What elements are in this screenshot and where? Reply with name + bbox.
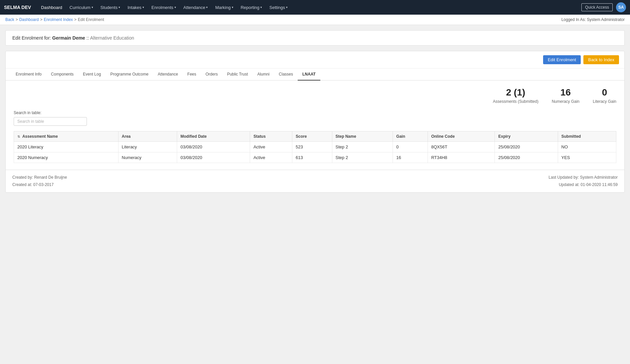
updated-at: Updated at: 01-04-2020 11:46:59 xyxy=(549,181,618,189)
nav-reporting[interactable]: Reporting ▾ xyxy=(237,3,265,12)
dashboard-link[interactable]: Dashboard xyxy=(19,17,39,22)
breadcrumb-sep1: > xyxy=(16,17,18,22)
back-to-index-button[interactable]: Back to Index xyxy=(583,55,619,64)
nav-settings[interactable]: Settings ▾ xyxy=(266,3,291,12)
created-at: Created at: 07-03-2017 xyxy=(12,181,67,189)
nav-students[interactable]: Students ▾ xyxy=(97,3,124,12)
nav-marking[interactable]: Marking ▾ xyxy=(212,3,236,12)
main-card: Edit Enrolment Back to Index Enrolment I… xyxy=(5,51,625,193)
brand: SELMA DEV xyxy=(4,5,31,10)
table-cell: Step 2 xyxy=(332,152,393,163)
tab-attendance[interactable]: Attendance xyxy=(153,69,183,81)
col-gain: Gain xyxy=(393,131,428,142)
col-assessment-name[interactable]: ⇅ Assessment Name xyxy=(14,131,119,142)
nav-items: Dashboard Curriculum ▾ Students ▾ Intake… xyxy=(38,3,581,12)
enrolment-index-link[interactable]: Enrolment Index xyxy=(44,17,73,22)
nav-attendance[interactable]: Attendance ▾ xyxy=(180,3,211,12)
tab-alumni[interactable]: Alumni xyxy=(253,69,274,81)
tab-lnaat[interactable]: LNAAT xyxy=(298,69,320,81)
table-cell: 8QX56T xyxy=(428,142,495,152)
separator-symbol: :: xyxy=(87,35,89,41)
numeracy-gain-value: 16 xyxy=(552,87,579,98)
table-cell: 2020 Numeracy xyxy=(14,152,119,163)
back-link[interactable]: Back xyxy=(5,17,14,22)
literacy-gain-value: 0 xyxy=(593,87,616,98)
last-updated-by: Last Updated by: System Administrator xyxy=(549,174,618,181)
table-cell: Literacy xyxy=(118,142,177,152)
tab-components[interactable]: Components xyxy=(46,69,78,81)
table-row: 2020 LiteracyLiteracy03/08/2020Active523… xyxy=(14,142,616,152)
assessments-stat: 2 (1) Assessments (Submitted) xyxy=(493,87,538,104)
table-cell: Step 2 xyxy=(332,142,393,152)
page-header-label: Edit Enrolment for: xyxy=(12,35,51,41)
tab-fees[interactable]: Fees xyxy=(183,69,201,81)
tab-event-log[interactable]: Event Log xyxy=(78,69,106,81)
search-input[interactable] xyxy=(14,117,87,126)
assessments-value: 2 (1) xyxy=(493,87,538,98)
table-cell: 613 xyxy=(292,152,332,163)
avatar[interactable]: SA xyxy=(616,2,626,12)
logged-in-label: Logged In As: System Administrator xyxy=(561,17,625,22)
tab-programme-outcome[interactable]: Programme Outcome xyxy=(106,69,153,81)
literacy-gain-stat: 0 Literacy Gain xyxy=(593,87,616,104)
navbar: SELMA DEV Dashboard Curriculum ▾ Student… xyxy=(0,0,630,15)
numeracy-gain-label: Numeracy Gain xyxy=(552,99,579,104)
col-modified-date: Modified Date xyxy=(177,131,250,142)
stats-row: 2 (1) Assessments (Submitted) 16 Numerac… xyxy=(14,87,616,104)
sort-icon: ⇅ xyxy=(17,135,20,138)
tab-orders[interactable]: Orders xyxy=(201,69,222,81)
table-cell: RT34H8 xyxy=(428,152,495,163)
nav-intakes[interactable]: Intakes ▾ xyxy=(124,3,148,12)
created-by: Created by: Renard De Bruijne xyxy=(12,174,67,181)
footer-left: Created by: Renard De Bruijne Created at… xyxy=(12,174,67,188)
table-row: 2020 NumeracyNumeracy03/08/2020Active613… xyxy=(14,152,616,163)
table-cell: 03/08/2020 xyxy=(177,142,250,152)
tab-enrolment-info[interactable]: Enrolment Info xyxy=(11,69,46,81)
col-submitted: Submitted xyxy=(558,131,616,142)
col-step-name: Step Name xyxy=(332,131,393,142)
table-cell: 25/08/2020 xyxy=(495,142,558,152)
breadcrumb-bar: Back > Dashboard > Enrolment Index > Edi… xyxy=(0,15,630,25)
table-cell: 0 xyxy=(393,142,428,152)
footer-right: Last Updated by: System Administrator Up… xyxy=(549,174,618,188)
quick-access-button[interactable]: Quick Access xyxy=(581,3,613,11)
lnaat-table: ⇅ Assessment Name Area Modified Date Sta… xyxy=(14,131,616,163)
nav-enrolments[interactable]: Enrolments ▾ xyxy=(148,3,179,12)
breadcrumb-sep3: > xyxy=(74,17,77,22)
tab-public-trust[interactable]: Public Trust xyxy=(222,69,253,81)
table-cell: 523 xyxy=(292,142,332,152)
col-online-code: Online Code xyxy=(428,131,495,142)
table-cell: YES xyxy=(558,152,616,163)
table-cell: Active xyxy=(250,152,292,163)
breadcrumb: Back > Dashboard > Enrolment Index > Edi… xyxy=(5,17,104,22)
card-toolbar: Edit Enrolment Back to Index xyxy=(6,51,624,69)
table-cell: 25/08/2020 xyxy=(495,152,558,163)
numeracy-gain-stat: 16 Numeracy Gain xyxy=(552,87,579,104)
tabs: Enrolment Info Components Event Log Prog… xyxy=(6,69,624,81)
table-cell: NO xyxy=(558,142,616,152)
nav-dashboard[interactable]: Dashboard xyxy=(38,3,66,12)
col-expiry: Expiry xyxy=(495,131,558,142)
tab-classes[interactable]: Classes xyxy=(274,69,298,81)
search-section: Search in table: xyxy=(14,110,616,126)
lnaat-tab-content: 2 (1) Assessments (Submitted) 16 Numerac… xyxy=(6,81,624,170)
literacy-gain-label: Literacy Gain xyxy=(593,99,616,104)
programme-label: Alternative Education xyxy=(90,35,134,41)
nav-right: Quick Access SA xyxy=(581,2,626,12)
table-cell: 2020 Literacy xyxy=(14,142,119,152)
table-cell: Numeracy xyxy=(118,152,177,163)
edit-enrolment-button[interactable]: Edit Enrolment xyxy=(543,55,581,64)
page-header: Edit Enrolment for: Germain Deme :: Alte… xyxy=(5,30,625,46)
search-label: Search in table: xyxy=(14,110,616,115)
col-area: Area xyxy=(118,131,177,142)
card-footer: Created by: Renard De Bruijne Created at… xyxy=(6,170,624,192)
table-cell: 03/08/2020 xyxy=(177,152,250,163)
main-content: Edit Enrolment for: Germain Deme :: Alte… xyxy=(0,25,630,198)
breadcrumb-current: Edit Enrolment xyxy=(78,17,104,22)
table-header-row: ⇅ Assessment Name Area Modified Date Sta… xyxy=(14,131,616,142)
nav-curriculum[interactable]: Curriculum ▾ xyxy=(66,3,97,12)
breadcrumb-sep2: > xyxy=(40,17,42,22)
table-cell: Active xyxy=(250,142,292,152)
assessments-label: Assessments (Submitted) xyxy=(493,99,538,104)
col-status: Status xyxy=(250,131,292,142)
